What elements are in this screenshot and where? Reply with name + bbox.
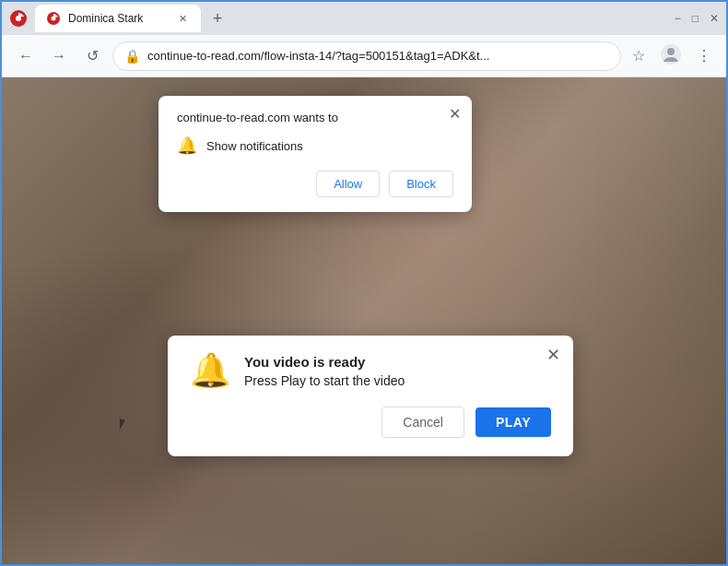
video-dialog-close-icon[interactable]: ✕ [546, 345, 560, 365]
video-dialog-title: You video is ready [244, 354, 551, 370]
notification-popup: ✕ continue-to-read.com wants to 🔔 Show n… [159, 96, 472, 212]
block-button[interactable]: Block [389, 171, 453, 197]
forward-button[interactable]: → [46, 43, 72, 69]
tab-title: Dominica Stark [68, 12, 168, 25]
tab-area: Dominica Stark ✕ + [35, 5, 667, 32]
notification-popup-body: 🔔 Show notifications [177, 136, 453, 156]
play-button[interactable]: PLAY [476, 407, 551, 437]
notification-popup-buttons: Allow Block [177, 171, 453, 197]
notification-popup-title: continue-to-read.com wants to [177, 111, 453, 124]
video-dialog-buttons: Cancel PLAY [190, 407, 551, 438]
notification-popup-message: Show notifications [206, 139, 303, 153]
video-ready-dialog: ✕ 🔔 You video is ready Press Play to sta… [168, 336, 573, 456]
tab-favicon-icon [46, 11, 61, 26]
video-dialog-subtitle: Press Play to start the video [244, 373, 551, 388]
svg-point-3 [52, 17, 56, 21]
profile-icon[interactable] [656, 40, 686, 73]
browser-window: Dominica Stark ✕ + − □ ✕ ← → ↺ 🔒 continu… [2, 2, 726, 564]
maximize-button[interactable]: □ [692, 12, 699, 25]
reload-button[interactable]: ↺ [79, 43, 105, 69]
back-button[interactable]: ← [13, 43, 39, 69]
video-dialog-body: 🔔 You video is ready Press Play to start… [190, 354, 551, 388]
window-controls: − □ ✕ [675, 12, 719, 25]
video-dialog-text: You video is ready Press Play to start t… [244, 354, 551, 388]
url-text: continue-to-read.com/flow-insta-14/?tag=… [147, 49, 609, 63]
cancel-button[interactable]: Cancel [382, 407, 464, 438]
svg-point-1 [16, 16, 21, 21]
title-bar: Dominica Stark ✕ + − □ ✕ [2, 2, 726, 35]
active-tab[interactable]: Dominica Stark ✕ [35, 5, 201, 32]
browser-logo-icon [9, 9, 28, 28]
lock-icon: 🔒 [124, 49, 140, 64]
notification-bell-icon: 🔔 [177, 136, 197, 156]
tab-close-icon[interactable]: ✕ [175, 11, 190, 26]
notification-popup-close-icon[interactable]: ✕ [449, 105, 461, 123]
menu-icon[interactable]: ⋮ [693, 43, 715, 68]
video-dialog-bell-icon: 🔔 [190, 354, 231, 387]
page-content: ✕ continue-to-read.com wants to 🔔 Show n… [2, 77, 726, 564]
close-button[interactable]: ✕ [710, 12, 719, 25]
new-tab-button[interactable]: + [205, 6, 230, 31]
minimize-button[interactable]: − [675, 12, 681, 25]
url-bar[interactable]: 🔒 continue-to-read.com/flow-insta-14/?ta… [112, 41, 621, 71]
svg-point-5 [667, 48, 675, 55]
allow-button[interactable]: Allow [316, 171, 380, 197]
address-bar: ← → ↺ 🔒 continue-to-read.com/flow-insta-… [2, 35, 726, 77]
bookmark-icon[interactable]: ☆ [628, 43, 649, 68]
